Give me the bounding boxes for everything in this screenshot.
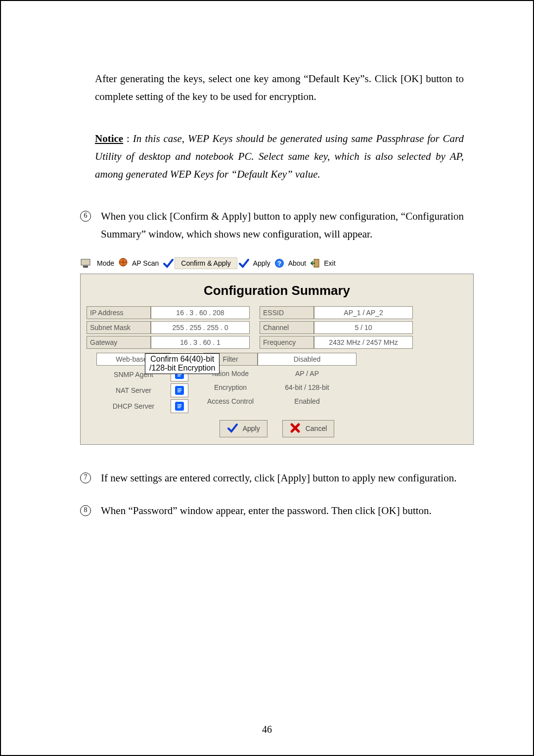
gateway-label: Gateway: [87, 336, 151, 349]
mask-value: 255 . 255 . 255 . 0: [151, 321, 250, 334]
window-title: Configuration Summary: [87, 283, 467, 298]
notice-label: Notice: [95, 133, 123, 144]
step8-number: 8: [80, 505, 91, 516]
ip-label: IP Address: [87, 306, 151, 319]
confirm-apply-button[interactable]: Confirm & Apply: [175, 257, 237, 269]
access-control-label: Access Control: [203, 395, 258, 407]
svg-rect-0: [81, 259, 90, 265]
notice-colon: :: [123, 133, 133, 144]
nat-server-label: NAT Server: [96, 383, 171, 397]
about-icon[interactable]: ?: [274, 258, 284, 268]
encryption-callout: Confirm 64(40)-bit /128-bit Encryption: [145, 353, 220, 374]
globe-icon[interactable]: [118, 257, 128, 269]
apply-button-label: Apply: [243, 425, 260, 432]
encryption-value: 64-bit / 128-bit: [258, 381, 356, 393]
toolbar: Mode AP Scan Confirm & Apply Apply ? Abo…: [80, 256, 474, 271]
ap-scan-label[interactable]: AP Scan: [128, 259, 163, 267]
cancel-button[interactable]: Cancel: [282, 420, 335, 437]
check-icon-2: [238, 258, 249, 269]
step6-number: 6: [80, 211, 91, 222]
x-icon: [290, 423, 301, 435]
essid-label: ESSID: [260, 306, 314, 319]
dhcp-status-icon: [171, 399, 188, 413]
mask-label: Subnet Mask: [87, 321, 151, 334]
encryption-label: Encryption: [203, 381, 258, 393]
channel-value: 5 / 10: [314, 321, 413, 334]
step7-number: 7: [80, 472, 91, 483]
apply-button[interactable]: Apply: [220, 420, 267, 437]
svg-text:?: ?: [277, 260, 281, 267]
apply-label[interactable]: Apply: [249, 259, 274, 267]
gateway-value: 16 . 3 . 60 . 1: [151, 336, 250, 349]
freq-value: 2432 MHz / 2457 MHz: [314, 336, 413, 349]
freq-label: Frequency: [260, 336, 314, 349]
mode-label[interactable]: Mode: [93, 259, 118, 267]
essid-value: AP_1 / AP_2: [314, 306, 413, 319]
step8-text: When “Password” window appear, enter the…: [101, 502, 464, 520]
about-label[interactable]: About: [284, 259, 311, 267]
exit-icon[interactable]: [310, 258, 320, 268]
filter-value: Disabled: [258, 353, 356, 366]
channel-label: Channel: [260, 321, 314, 334]
step6-text: When you click [Confirm & Apply] button …: [101, 208, 464, 243]
access-control-value: Enabled: [258, 395, 356, 407]
check-icon: [163, 258, 174, 269]
para1-part-a: After generating the keys, select one ke…: [95, 73, 304, 85]
app-icon: [80, 258, 91, 269]
step7-text: If new settings are entered correctly, c…: [101, 470, 464, 487]
nat-status-icon: [171, 383, 188, 397]
para1-quote: “Default Key”: [304, 73, 364, 85]
config-summary-screenshot: Mode AP Scan Confirm & Apply Apply ? Abo…: [80, 256, 474, 445]
dhcp-server-label: DHCP Server: [96, 399, 171, 413]
svg-rect-1: [83, 266, 88, 268]
config-summary-window: Configuration Summary IP Address 16 . 3 …: [80, 274, 474, 445]
cancel-button-label: Cancel: [306, 425, 327, 432]
page-number: 46: [1, 724, 533, 735]
check-icon-apply: [227, 423, 238, 435]
opmode-value: AP / AP: [258, 368, 356, 379]
notice-text: In this case, WEP Keys should be generat…: [95, 133, 464, 180]
ip-value: 16 . 3 . 60 . 208: [151, 306, 250, 319]
exit-label[interactable]: Exit: [320, 259, 339, 267]
